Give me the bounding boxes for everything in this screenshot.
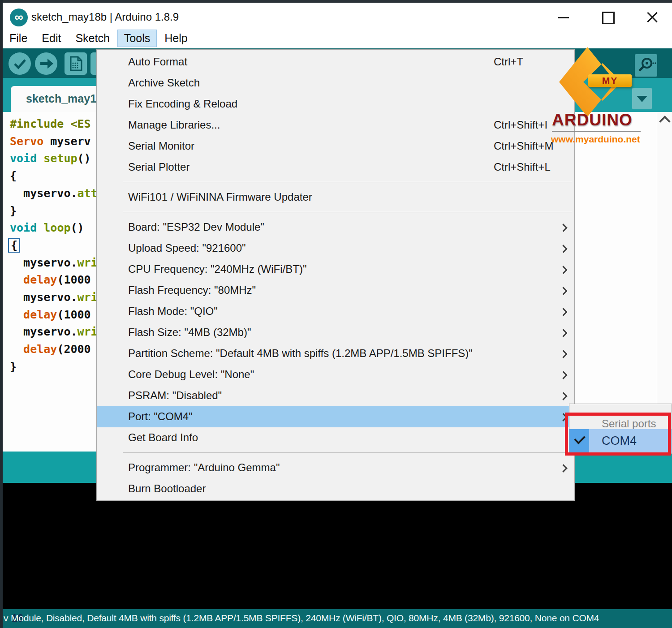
window-border-left <box>0 0 3 628</box>
menu-item-label: Flash Frequency: "80MHz" <box>128 284 256 297</box>
menu-item-core-debug-level-none[interactable]: Core Debug Level: "None" <box>97 364 574 385</box>
code-token: (1000 <box>57 273 90 286</box>
menu-item-fix-encoding-reload[interactable]: Fix Encoding & Reload <box>97 94 574 115</box>
menu-item-port-com4[interactable]: Port: "COM4" <box>97 406 574 427</box>
menu-separator <box>97 448 574 457</box>
chevron-right-icon <box>559 287 567 295</box>
menu-item-label: Burn Bootloader <box>128 482 206 495</box>
serial-ports-header: Serial ports <box>602 417 656 430</box>
menu-item-flash-size-4mb-32mb[interactable]: Flash Size: "4MB (32Mb)" <box>97 322 574 343</box>
chevron-right-icon <box>559 371 567 379</box>
code-token: (1000 <box>57 308 90 321</box>
menu-item-burn-bootloader[interactable]: Burn Bootloader <box>97 478 574 499</box>
menu-item-shortcut: Ctrl+T <box>494 56 523 68</box>
menu-item-label: Manage Libraries... <box>128 119 220 131</box>
menu-separator <box>97 178 574 187</box>
code-token: myservo. <box>10 256 78 269</box>
code-token: () <box>78 152 91 165</box>
menu-item-shortcut: Ctrl+Shift+L <box>494 161 551 173</box>
code-token <box>10 308 23 321</box>
code-token: void <box>10 152 37 165</box>
close-button[interactable] <box>643 11 661 24</box>
code-token: delay <box>23 343 57 356</box>
code-line: delay(1000 <box>10 271 98 289</box>
menu-item-label: Programmer: "Arduino Gemma" <box>128 461 280 474</box>
menu-item-wifi101-wifinina-firmware-updater[interactable]: WiFi101 / WiFiNINA Firmware Updater <box>97 187 574 208</box>
code-token: Servo <box>10 135 43 148</box>
chevron-right-icon <box>559 464 567 472</box>
menu-item-archive-sketch[interactable]: Archive Sketch <box>97 73 574 94</box>
code-line: { <box>10 237 98 254</box>
code-line: } <box>10 202 98 220</box>
menu-item-flash-mode-qio[interactable]: Flash Mode: "QIO" <box>97 301 574 322</box>
menu-item-flash-frequency-80mhz[interactable]: Flash Frequency: "80MHz" <box>97 280 574 301</box>
code-token <box>10 273 23 286</box>
code-token <box>37 221 43 234</box>
code-line: Servo myserv <box>10 133 98 151</box>
minimize-icon <box>558 17 569 18</box>
menu-item-partition-scheme-default-4mb-with-[interactable]: Partition Scheme: "Default 4MB with spif… <box>97 343 574 364</box>
menu-item-label: Flash Size: "4MB (32Mb)" <box>128 326 251 339</box>
editor-scrollbar[interactable] <box>657 112 672 452</box>
new-sketch-button[interactable] <box>65 52 87 75</box>
chevron-right-icon <box>559 329 567 337</box>
code-line: { <box>10 168 98 185</box>
code-line: #include <ES <box>10 116 98 133</box>
menubar-item-sketch[interactable]: Sketch <box>69 30 116 47</box>
code-token: #include <ES <box>10 117 91 130</box>
code-token: { <box>8 238 20 253</box>
code-token: delay <box>23 308 57 321</box>
code-token: loop <box>43 221 70 234</box>
code-token: } <box>10 360 17 373</box>
chevron-right-icon <box>559 308 567 316</box>
serial-monitor-button[interactable] <box>635 54 657 77</box>
chevron-right-icon <box>559 224 567 232</box>
maximize-icon <box>602 12 615 24</box>
verify-button[interactable] <box>9 52 31 75</box>
menu-item-board-esp32-dev-module[interactable]: Board: "ESP32 Dev Module" <box>97 217 574 238</box>
menu-item-label: Serial Plotter <box>128 161 190 173</box>
minimize-button[interactable] <box>555 11 573 24</box>
code-token: myservo. <box>10 325 78 338</box>
menu-item-get-board-info[interactable]: Get Board Info <box>97 427 574 448</box>
scroll-up-icon[interactable] <box>659 116 670 127</box>
menu-item-programmer-arduino-gemma[interactable]: Programmer: "Arduino Gemma" <box>97 457 574 478</box>
menu-item-com4[interactable]: COM4 <box>569 429 672 453</box>
magnifier-icon <box>635 54 657 77</box>
code-token: myserv <box>43 135 90 148</box>
menu-item-serial-monitor[interactable]: Serial MonitorCtrl+Shift+M <box>97 136 574 157</box>
arrow-right-icon <box>35 52 57 75</box>
code-token <box>37 152 43 165</box>
menu-item-label: Board: "ESP32 Dev Module" <box>128 221 264 233</box>
maximize-button[interactable] <box>598 11 616 24</box>
code-line: void setup() <box>10 150 98 168</box>
menubar-item-tools[interactable]: Tools <box>117 30 157 47</box>
menu-item-cpu-frequency-240mhz-wifi-bt[interactable]: CPU Frequency: "240MHz (WiFi/BT)" <box>97 259 574 280</box>
menu-item-serial-plotter[interactable]: Serial PlotterCtrl+Shift+L <box>97 157 574 178</box>
menu-item-label: Get Board Info <box>128 431 198 444</box>
menu-item-label: Serial Monitor <box>128 140 194 152</box>
menu-item-manage-libraries[interactable]: Manage Libraries...Ctrl+Shift+I <box>97 115 574 136</box>
menu-item-psram-disabled[interactable]: PSRAM: "Disabled" <box>97 385 574 406</box>
menubar-item-file[interactable]: File <box>3 30 34 47</box>
code-token <box>10 343 23 356</box>
bottom-status-bar: 16 v Module, Disabled, Default 4MB with … <box>0 609 672 628</box>
chevron-right-icon <box>559 392 567 400</box>
tab-dropdown-button[interactable] <box>632 88 652 109</box>
menu-item-label: CPU Frequency: "240MHz (WiFi/BT)" <box>128 263 306 275</box>
code-token: att <box>78 187 98 200</box>
upload-button[interactable] <box>35 52 57 75</box>
chevron-right-icon <box>559 266 567 274</box>
document-icon <box>65 52 87 75</box>
menu-separator <box>97 208 574 217</box>
menu-item-auto-format[interactable]: Auto FormatCtrl+T <box>97 52 574 73</box>
code-line: delay(1000 <box>10 306 98 324</box>
code-line: } <box>10 358 98 376</box>
menu-item-label: Flash Mode: "QIO" <box>128 305 218 318</box>
menu-item-upload-speed-921600[interactable]: Upload Speed: "921600" <box>97 238 574 259</box>
menubar-item-help[interactable]: Help <box>158 30 194 47</box>
menubar-item-edit[interactable]: Edit <box>35 30 68 47</box>
console-output <box>0 483 672 609</box>
code-line: void loop() <box>10 219 98 237</box>
code-token: wri <box>78 291 98 304</box>
